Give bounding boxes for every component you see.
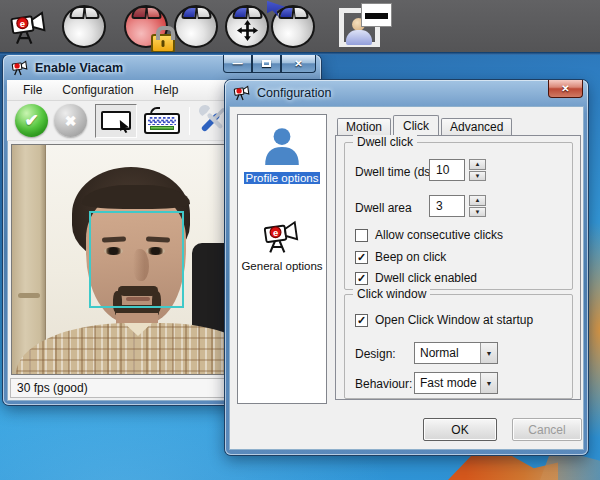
enable-tracking-button[interactable] (15, 104, 48, 137)
click-window-group: Click window ✓ Open Click Window at star… (344, 294, 573, 399)
dwell-time-label: Dwell time (ds) (355, 165, 434, 179)
design-dropdown[interactable]: Normal ▼ (414, 342, 498, 364)
click-tab-panel: Dwell click Dwell time (ds) 10 ▲ ▼ Dwell… (335, 135, 581, 400)
keyboard-icon (144, 113, 180, 134)
menu-help[interactable]: Help (144, 81, 189, 99)
general-options-label: General options (239, 260, 324, 272)
drag-click-mouse-button[interactable] (225, 5, 269, 48)
dwell-time-value: 10 (436, 163, 449, 177)
checkbox-box[interactable]: ✓ (355, 251, 368, 264)
options-listbox: Profile options e General options (237, 114, 327, 404)
profile-options-label: Profile options (244, 172, 321, 184)
config-titlebar: Configuration (233, 80, 331, 105)
checkbox-label: Dwell click enabled (375, 271, 477, 285)
dwell-time-input[interactable]: 10 (429, 159, 465, 181)
no-click-mouse-button[interactable] (62, 5, 106, 48)
tab-click[interactable]: Click (393, 115, 439, 135)
fps-status: 30 fps (good) (17, 381, 88, 395)
close-button[interactable]: ✕ (281, 55, 316, 73)
design-label: Design: (355, 347, 396, 361)
checkbox-open-click-window-at-startup[interactable]: ✓ Open Click Window at startup (355, 313, 533, 327)
mouse-right-button (146, 6, 161, 19)
svg-text:e: e (273, 227, 278, 238)
behaviour-dropdown[interactable]: Fast mode ▼ (414, 372, 498, 394)
ok-button[interactable]: OK (423, 418, 497, 441)
wrench-screwdriver-icon (197, 103, 228, 134)
spin-up-button[interactable]: ▲ (469, 195, 486, 206)
monitor-cursor-icon (101, 111, 131, 130)
click-window-toolbar: e (0, 0, 600, 52)
behaviour-label: Behaviour: (355, 377, 412, 391)
checkbox-label: Open Click Window at startup (375, 313, 533, 327)
main-window-title: Enable Viacam (35, 61, 123, 75)
mouse-right-button (247, 6, 262, 19)
disable-tracking-button[interactable] (54, 104, 87, 137)
checkbox-beep-on-click[interactable]: ✓ Beep on click (355, 250, 446, 264)
profile-person-icon (261, 125, 303, 167)
double-click-mouse-button[interactable] (271, 5, 315, 48)
menu-configuration[interactable]: Configuration (52, 81, 143, 99)
move-cross-icon (236, 19, 259, 46)
onscreen-keyboard-button[interactable] (144, 108, 180, 134)
checkbox-box[interactable]: ✓ (355, 272, 368, 285)
mouse-left-button (181, 6, 197, 19)
close-icon: ✕ (561, 83, 569, 94)
config-dialog-title: Configuration (257, 86, 331, 100)
mouse-left-button (232, 6, 248, 19)
checkbox-label: Allow consecutive clicks (375, 228, 503, 242)
dwell-time-spinner: ▲ ▼ (469, 159, 486, 181)
maximize-icon (262, 60, 271, 67)
tab-advanced[interactable]: Advanced (441, 118, 512, 135)
checkbox-box[interactable] (355, 229, 368, 242)
eviacam-titlebar-icon (11, 60, 29, 76)
checkbox-box[interactable]: ✓ (355, 314, 368, 327)
minimize-button[interactable]: — (223, 55, 252, 73)
dwell-area-spinner: ▲ ▼ (469, 195, 486, 217)
config-tabs: Motion Click Advanced (337, 115, 514, 135)
eviacam-logo-icon: e (8, 10, 50, 46)
mouse-right-button (196, 6, 211, 19)
checkbox-dwell-click-enabled[interactable]: ✓ Dwell click enabled (355, 271, 477, 285)
cancel-button[interactable]: Cancel (512, 418, 582, 441)
person-body-icon (346, 30, 372, 45)
window-frame-background (12, 145, 46, 374)
general-options-camera-icon: e (262, 219, 302, 255)
config-client: Profile options e General options (229, 106, 584, 450)
menu-file[interactable]: File (13, 81, 52, 99)
chevron-down-icon[interactable]: ▼ (480, 373, 497, 393)
configuration-dialog: Configuration ✕ Profile options (225, 80, 588, 455)
tab-motion[interactable]: Motion (337, 118, 391, 135)
main-window-titlebar: Enable Viacam (11, 55, 123, 80)
spin-down-button[interactable]: ▼ (469, 207, 486, 218)
locked-click-mouse-button[interactable] (124, 5, 168, 48)
toolbar-separator (189, 107, 190, 135)
dwell-click-group: Dwell click Dwell time (ds) 10 ▲ ▼ Dwell… (344, 142, 573, 290)
minimize-icon: — (233, 59, 243, 69)
options-button[interactable] (197, 103, 228, 138)
chevron-down-icon[interactable]: ▼ (480, 343, 497, 363)
eviacam-titlebar-icon (233, 85, 251, 101)
toggle-main-window-button[interactable] (336, 3, 392, 49)
checkbox-allow-consecutive-clicks[interactable]: Allow consecutive clicks (355, 228, 503, 242)
svg-text:e: e (20, 18, 25, 29)
maximize-button[interactable] (252, 55, 281, 73)
dwell-click-legend: Dwell click (353, 135, 417, 149)
config-close-button[interactable]: ✕ (548, 80, 583, 98)
desktop: e (0, 0, 600, 480)
dwell-area-value: 3 (436, 199, 443, 213)
mouse-right-button (293, 6, 308, 19)
spin-up-button[interactable]: ▲ (469, 159, 486, 170)
click-window-toggle-button[interactable] (95, 104, 137, 138)
left-click-mouse-button[interactable] (174, 5, 218, 48)
sidebar-item-general-options[interactable]: e General options (238, 219, 326, 272)
spin-down-button[interactable]: ▼ (469, 171, 486, 182)
lock-icon (151, 34, 175, 53)
mouse-left-button (131, 6, 147, 19)
behaviour-value: Fast mode (415, 376, 480, 390)
design-value: Normal (415, 346, 480, 360)
face-tracking-rectangle (89, 211, 184, 308)
dwell-area-input[interactable]: 3 (429, 195, 465, 217)
sidebar-item-profile-options[interactable]: Profile options (238, 125, 326, 184)
toolbar-bottom-edge (0, 52, 600, 55)
close-icon: ✕ (294, 59, 302, 69)
